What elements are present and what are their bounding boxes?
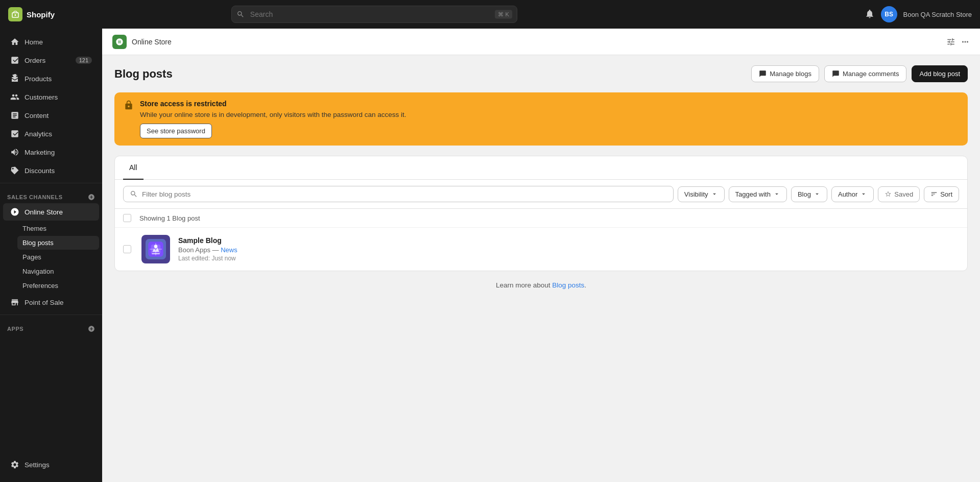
settings-icon xyxy=(10,460,19,469)
sidebar-item-content[interactable]: Content xyxy=(3,107,99,124)
sidebar-bottom: Settings xyxy=(0,451,102,478)
sidebar-item-products[interactable]: Products xyxy=(3,70,99,87)
add-sales-channel-icon[interactable] xyxy=(88,194,95,201)
visibility-filter-button[interactable]: Visibility xyxy=(678,186,725,202)
sidebar-label-discounts: Discounts xyxy=(25,167,55,175)
orders-badge: 121 xyxy=(76,57,92,64)
sales-channels-section: Sales channels xyxy=(0,186,102,203)
customize-icon[interactable] xyxy=(946,37,955,46)
manage-comments-label: Manage comments xyxy=(843,70,899,78)
blog-chevron-icon xyxy=(814,190,821,198)
post-blog-link[interactable]: News xyxy=(221,246,237,254)
add-blog-post-button[interactable]: Add blog post xyxy=(912,65,968,82)
apps-label: Apps xyxy=(7,326,23,332)
manage-blogs-button[interactable]: Manage blogs xyxy=(751,65,819,82)
home-icon xyxy=(10,37,19,46)
topbar-right: BS Boon QA Scratch Store xyxy=(865,6,972,22)
sidebar-item-preferences[interactable]: Preferences xyxy=(17,279,99,293)
sidebar-item-online-store[interactable]: Online Store xyxy=(3,203,99,221)
post-checkbox[interactable] xyxy=(123,245,131,253)
see-store-password-button[interactable]: See store password xyxy=(140,124,212,138)
blog-filter-button[interactable]: Blog xyxy=(791,186,827,202)
logo[interactable]: Shopify xyxy=(8,7,55,21)
search-shortcut: ⌘ K xyxy=(495,10,512,19)
search-input[interactable] xyxy=(231,6,517,23)
sidebar-item-customers[interactable]: Customers xyxy=(3,88,99,106)
sidebar-divider-1 xyxy=(0,183,102,183)
tabs: All xyxy=(115,156,967,180)
visibility-label: Visibility xyxy=(684,190,708,198)
search-icon xyxy=(236,10,245,18)
avatar[interactable]: BS xyxy=(881,6,897,22)
sidebar-item-themes[interactable]: Themes xyxy=(17,222,99,235)
post-edited: Last edited: Just now xyxy=(178,255,959,262)
post-separator: — xyxy=(212,246,221,254)
store-header-right xyxy=(946,37,970,46)
sidebar-item-home[interactable]: Home xyxy=(3,33,99,51)
tab-all[interactable]: All xyxy=(123,156,144,180)
filters-row: Visibility Tagged with Blog Author xyxy=(115,180,967,209)
learn-more-text: Learn more about xyxy=(496,281,552,289)
star-icon xyxy=(885,190,892,198)
blog-post-row[interactable]: Sample Blog Boon Apps — News Last edited… xyxy=(115,228,967,271)
apps-section: Apps xyxy=(0,318,102,334)
sidebar-divider-2 xyxy=(0,315,102,315)
page-content: Blog posts Manage blogs Manage comments … xyxy=(102,55,980,309)
sidebar-label-navigation: Navigation xyxy=(22,268,54,275)
alert-title: Store access is restricted xyxy=(140,100,959,108)
alert-lock-icon xyxy=(124,100,134,110)
post-checkbox-col xyxy=(123,245,133,253)
customers-icon xyxy=(10,92,19,102)
sidebar-item-point-of-sale[interactable]: Point of Sale xyxy=(3,294,99,311)
search-filter[interactable] xyxy=(123,186,674,202)
blog-label: Blog xyxy=(798,190,811,198)
filter-search-input[interactable] xyxy=(142,190,667,198)
sidebar-item-settings[interactable]: Settings xyxy=(3,456,99,473)
sidebar-item-navigation[interactable]: Navigation xyxy=(17,264,99,278)
content-icon xyxy=(10,111,19,120)
learn-more-suffix: . xyxy=(584,281,586,289)
sidebar-item-orders[interactable]: Orders 121 xyxy=(3,52,99,69)
page-actions: Manage blogs Manage comments Add blog po… xyxy=(751,65,968,82)
blog-posts-link[interactable]: Blog posts xyxy=(552,281,584,289)
tagged-with-label: Tagged with xyxy=(735,190,771,198)
online-store-icon xyxy=(10,207,19,216)
sidebar-item-blog-posts[interactable]: Blog posts xyxy=(17,236,99,250)
add-apps-icon[interactable] xyxy=(88,325,95,332)
author-label: Author xyxy=(838,190,857,198)
sort-button[interactable]: Sort xyxy=(924,186,959,202)
manage-blogs-icon xyxy=(759,70,767,78)
sidebar-item-pages[interactable]: Pages xyxy=(17,250,99,264)
sidebar-item-marketing[interactable]: Marketing xyxy=(3,143,99,161)
saved-button[interactable]: Saved xyxy=(878,186,920,202)
showing-text: Showing 1 Blog post xyxy=(139,214,200,222)
page-header: Blog posts Manage blogs Manage comments … xyxy=(114,65,968,82)
tagged-with-filter-button[interactable]: Tagged with xyxy=(729,186,787,202)
layout: Home Orders 121 Products Customers Conte… xyxy=(0,29,980,482)
more-options-icon[interactable] xyxy=(961,37,970,46)
page-title: Blog posts xyxy=(114,67,173,81)
svg-point-3 xyxy=(154,245,158,248)
author-filter-button[interactable]: Author xyxy=(831,186,874,202)
post-author: Boon Apps xyxy=(178,246,210,254)
store-header-icon xyxy=(112,35,127,49)
discounts-icon xyxy=(10,166,19,175)
select-all-checkbox[interactable] xyxy=(123,214,131,222)
sidebar-item-discounts[interactable]: Discounts xyxy=(3,162,99,179)
sort-icon xyxy=(930,190,938,198)
sidebar-label-blog-posts: Blog posts xyxy=(22,239,54,247)
sidebar-label-orders: Orders xyxy=(25,57,45,64)
sidebar-item-analytics[interactable]: Analytics xyxy=(3,125,99,142)
sidebar-label-content: Content xyxy=(25,112,49,119)
tagged-chevron-icon xyxy=(773,190,780,198)
notification-bell-icon[interactable] xyxy=(865,9,875,20)
manage-comments-button[interactable]: Manage comments xyxy=(824,65,907,82)
store-access-alert: Store access is restricted While your on… xyxy=(114,92,968,146)
point-of-sale-icon xyxy=(10,298,19,307)
add-blog-post-label: Add blog post xyxy=(919,70,960,78)
sidebar-label-customers: Customers xyxy=(25,93,58,101)
svg-rect-4 xyxy=(152,253,160,254)
store-header-left: Online Store xyxy=(112,35,172,49)
search-bar[interactable]: ⌘ K xyxy=(231,6,517,23)
sales-channels-label: Sales channels xyxy=(7,194,63,200)
